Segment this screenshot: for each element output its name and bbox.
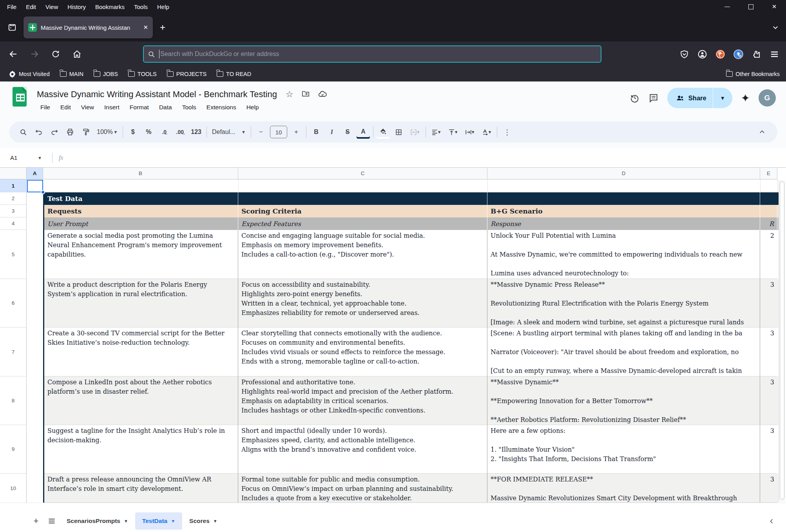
row-header-6[interactable]: 6 [0, 279, 27, 328]
merge-cells-icon[interactable]: ▼ [408, 125, 422, 139]
column-header-c[interactable]: C [238, 168, 487, 179]
version-history-icon[interactable] [630, 93, 640, 103]
duckduckgo-icon[interactable] [714, 48, 726, 60]
table-row[interactable]: Create a 30-second TV commercial script … [44, 328, 779, 376]
tab-close-icon[interactable]: ✕ [143, 24, 148, 31]
url-bar[interactable]: Search with DuckDuckGo or enter address [143, 45, 601, 63]
bold-button[interactable]: B [310, 125, 323, 139]
horizontal-align-icon[interactable]: ▼ [429, 125, 444, 139]
new-tab-icon[interactable]: + [160, 22, 165, 33]
features-cell[interactable]: Focus on accessibility and sustainabilit… [238, 279, 487, 328]
row-header-7[interactable]: 7 [0, 328, 27, 376]
extensions-puzzle-icon[interactable] [750, 48, 762, 60]
features-cell[interactable]: Formal tone suitable for public and medi… [238, 474, 487, 503]
menu-file[interactable]: File [3, 2, 20, 11]
row-header-2[interactable]: 2 [0, 192, 27, 205]
section-scoring[interactable]: Scoring Criteria [238, 205, 487, 217]
vertical-align-icon[interactable]: ▼ [446, 125, 460, 139]
column-header-a[interactable]: A [27, 168, 43, 179]
borders-icon[interactable] [392, 125, 406, 139]
table-row[interactable]: Draft a press release announcing the Omn… [44, 474, 779, 503]
maximize-icon[interactable] [739, 0, 762, 13]
other-bookmarks[interactable]: Other Bookmarks [726, 71, 780, 77]
subheader-response[interactable]: Response [487, 217, 760, 230]
table-subheader-row[interactable]: User Prompt Expected Features Response R [44, 217, 779, 230]
response-cell[interactable]: Here are a few options: 1. "Illuminate Y… [487, 425, 760, 474]
response-cell[interactable]: [Scene: A bustling airport terminal with… [487, 328, 760, 376]
share-button[interactable]: Share ▼ [667, 88, 732, 108]
redo-icon[interactable] [48, 125, 61, 139]
toolbar-search-icon[interactable] [16, 125, 30, 139]
bookmark-most-visited[interactable]: Most Visited [9, 71, 50, 78]
format-percent-button[interactable]: % [142, 125, 155, 139]
response-cell[interactable]: Unlock Your Full Potential with Lumina A… [487, 230, 760, 279]
menu-hamburger-icon[interactable] [768, 48, 781, 60]
bookmark-folder-projects[interactable]: PROJECTS [167, 71, 206, 77]
add-sheet-icon[interactable]: + [28, 513, 44, 529]
table-title-row[interactable]: Test Data [44, 192, 779, 205]
firefox-view-icon[interactable] [5, 22, 19, 33]
features-cell[interactable]: Clear storytelling that connects emotion… [238, 328, 487, 376]
sheet-tab-caret-icon[interactable]: ▼ [213, 519, 217, 523]
table-row[interactable]: Suggest a tagline for the Insight Analyt… [44, 425, 779, 474]
bookmark-folder-tools[interactable]: TOOLS [128, 71, 157, 77]
response-cell[interactable]: **FOR IMMEDIATE RELEASE** Massive Dynami… [487, 474, 760, 503]
undo-icon[interactable] [32, 125, 45, 139]
home-icon[interactable] [69, 46, 85, 62]
section-requests[interactable]: Requests [44, 205, 238, 217]
response-cell[interactable]: **Massive Dynamic** **Empowering Innovat… [487, 376, 760, 425]
prompt-cell[interactable]: Suggest a tagline for the Insight Analyt… [44, 425, 238, 474]
back-icon[interactable] [5, 46, 21, 62]
row-header-3[interactable]: 3 [0, 205, 27, 217]
menu-tools[interactable]: Tools [130, 2, 152, 11]
spreadsheet-grid[interactable]: A B C D E 1 2 3 4 5 6 7 8 9 10 Test Data… [0, 168, 786, 503]
avatar[interactable]: G [759, 89, 776, 107]
subheader-expected-features[interactable]: Expected Features [238, 217, 487, 230]
data-table[interactable]: Test Data Requests Scoring Criteria B+G … [43, 192, 777, 503]
formula-input[interactable] [63, 148, 786, 167]
minimize-icon[interactable] [715, 0, 739, 13]
sheet-tab-testdata[interactable]: TestData ▼ [135, 512, 182, 530]
features-cell[interactable]: Concise and engaging language suitable f… [238, 230, 487, 279]
print-icon[interactable] [63, 125, 77, 139]
sheet-tab-caret-icon[interactable]: ▼ [171, 519, 175, 523]
prompt-cell[interactable]: Draft a press release announcing the Omn… [44, 474, 238, 503]
subheader-user-prompt[interactable]: User Prompt [44, 217, 238, 230]
font-name-select[interactable]: Defaul...▼ [210, 125, 248, 139]
table-row[interactable]: Compose a LinkedIn post about the Aether… [44, 376, 779, 425]
more-formats-button[interactable]: 123 [189, 125, 203, 139]
sheets-menu-extensions[interactable]: Extensions [203, 103, 240, 112]
more-toolbar-icon[interactable]: ⋮ [500, 125, 514, 139]
score-cell[interactable]: 3 [760, 279, 777, 328]
paint-format-icon[interactable] [79, 125, 92, 139]
fill-handle[interactable] [41, 190, 45, 194]
menu-bookmarks[interactable]: Bookmarks [91, 2, 129, 11]
vertical-scrollbar[interactable] [779, 180, 785, 502]
row-header-4[interactable]: 4 [0, 217, 27, 230]
score-cell[interactable]: 3 [760, 328, 777, 376]
comments-icon[interactable] [648, 93, 659, 103]
table-row[interactable]: Write a product description for the Pola… [44, 279, 779, 328]
text-wrap-icon[interactable]: ▼ [463, 125, 477, 139]
strikethrough-button[interactable]: S [341, 125, 354, 139]
name-box-caret-icon[interactable]: ▼ [38, 156, 42, 160]
prompt-cell[interactable]: Compose a LinkedIn post about the Aether… [44, 376, 238, 425]
features-cell[interactable]: Short and impactful (ideally under 10 wo… [238, 425, 487, 474]
menu-edit[interactable]: Edit [22, 2, 40, 11]
row-header-10[interactable]: 10 [0, 474, 27, 503]
prompt-cell[interactable]: Write a product description for the Pola… [44, 279, 238, 328]
menu-view[interactable]: View [42, 2, 62, 11]
select-all-corner[interactable] [0, 168, 27, 179]
score-cell[interactable]: 2 [760, 230, 777, 279]
scroll-left-chevron-icon[interactable] [768, 518, 775, 525]
account-icon[interactable] [696, 48, 708, 60]
score-cell[interactable]: 3 [760, 474, 777, 503]
column-header-d[interactable]: D [487, 168, 760, 179]
sheets-menu-insert[interactable]: Insert [101, 103, 123, 112]
pocket-icon[interactable] [678, 48, 690, 60]
row-header-1[interactable]: 1 [0, 179, 27, 192]
move-folder-icon[interactable] [301, 89, 310, 100]
font-size-input[interactable]: 10 [270, 126, 287, 138]
tab-list-chevron-icon[interactable] [772, 24, 779, 31]
sheet-tab-scenariosprompts[interactable]: ScenariosPrompts ▼ [60, 512, 135, 530]
